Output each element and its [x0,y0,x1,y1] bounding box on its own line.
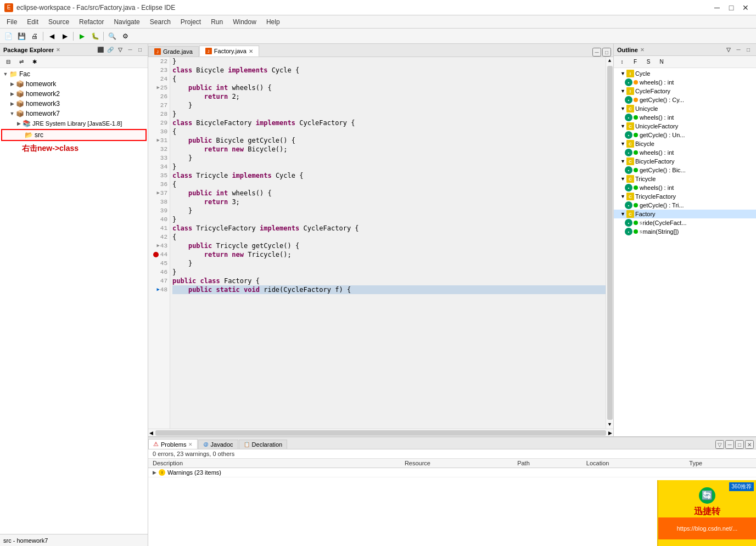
toolbar-forward[interactable]: ▶ [59,30,71,42]
toolbar-print[interactable]: 🖨 [29,30,41,42]
minimize-button[interactable]: ─ [711,2,723,14]
editor-tabs: J Grade.java J Factory.java ✕ ─ □ [148,44,613,57]
tree-item-homework7[interactable]: ▼ 📦 homework7 [0,109,148,119]
scroll-thumb[interactable] [607,66,613,420]
scroll-down-icon[interactable]: ▼ [607,421,612,429]
code-line-30: { [172,127,606,136]
menu-run[interactable]: Run [206,17,227,27]
menu-source[interactable]: Source [44,17,74,27]
minimize-panel-icon[interactable]: ─ [126,46,135,54]
toolbar-save[interactable]: 💾 [15,30,27,42]
outline-filter-icon[interactable]: ▽ [724,46,733,54]
outline-factory-main[interactable]: • s main(String[]) [614,227,756,236]
tf-expand-icon: ▼ [620,194,625,199]
menu-file[interactable]: File [2,17,21,27]
outline-cycle[interactable]: ▼ I Cycle [614,69,756,78]
outline-tf-getcycle[interactable]: • getCycle() : Tri... [614,201,756,210]
outline-minimize-icon[interactable]: ─ [734,46,743,54]
toolbar-settings[interactable]: ⚙ [119,30,131,42]
editor-hscrollbar[interactable]: ◀ ▶ [148,429,613,436]
tab-javadoc[interactable]: @ Javadoc [198,440,238,449]
tree-new-btn[interactable]: ✱ [29,56,41,68]
problems-close-btn[interactable]: ✕ [745,440,754,449]
tree-item-src[interactable]: 📂 src [1,129,147,141]
tab-close-icon[interactable]: ✕ [249,48,253,54]
code-content[interactable]: } class Bicycle implements Cycle { { pub… [170,57,606,429]
menu-edit[interactable]: Edit [23,17,43,27]
outline-factory[interactable]: ▼ C Factory [614,210,756,218]
tab-problems[interactable]: ⚠ Problems ✕ [148,439,198,449]
outline-tricycle[interactable]: ▼ C Tricycle [614,175,756,183]
outline-unicyclefactory[interactable]: ▼ C UnicycleFactory [614,122,756,131]
outline-nonpublic-btn[interactable]: N [656,56,668,68]
outline-id: ✕ [640,47,645,53]
outline-static-btn[interactable]: S [642,56,654,68]
tree-item-homework3[interactable]: ▶ 📦 homework3 [0,99,148,109]
bi-class-icon: C [626,140,634,148]
code-line-46: } [172,268,606,277]
outline-unicycle[interactable]: ▼ C Unicycle [614,104,756,113]
bf-getcycle-label: getCycle() : Bic... [640,167,686,173]
tree-item-fac[interactable]: ▼ 📁 Fac [0,69,148,79]
tab-declaration[interactable]: 📋 Declaration [239,440,288,449]
outline-cf-getcycle[interactable]: • getCycle() : Cy... [614,95,756,104]
scroll-right-icon[interactable]: ▶ [607,429,613,437]
code-line-24: { [172,75,606,83]
tab-grade-java[interactable]: J Grade.java [148,46,199,57]
outline-bicycle[interactable]: ▼ C Bicycle [614,139,756,148]
menu-refactor[interactable]: Refactor [75,17,108,27]
outline-factory-ride[interactable]: • s ride(CycleFact... [614,218,756,227]
toolbar-run[interactable]: ▶ [76,30,88,42]
outline-bicyclefactory[interactable]: ▼ C BicycleFactory [614,157,756,166]
outline-uf-getcycle[interactable]: • getCycle() : Un... [614,131,756,139]
toolbar-back[interactable]: ◀ [46,30,58,42]
ride-label: ride(CycleFact... [643,219,687,226]
outline-bf-getcycle[interactable]: • getCycle() : Bic... [614,166,756,175]
outline-cycle-wheels[interactable]: • wheels() : int [614,78,756,87]
menu-search[interactable]: Search [145,17,175,27]
outline-maximize-icon[interactable]: □ [744,46,753,54]
package-explorer-label: Package Explorer [3,47,54,53]
outline-tri-wheels[interactable]: • wheels() : int [614,183,756,192]
scroll-left-icon[interactable]: ◀ [148,429,154,437]
ln-44: 44 [148,250,170,259]
editor-maximize[interactable]: □ [602,48,611,57]
outline-tricyclefactory[interactable]: ▼ C TricycleFactory [614,192,756,201]
outline-cyclefactory[interactable]: ▼ I CycleFactory [614,87,756,95]
outline-fields-btn[interactable]: F [629,56,641,68]
tree-item-homework[interactable]: ▶ 📦 homework [0,79,148,89]
tree-collapse-btn[interactable]: ⊟ [2,56,14,68]
menu-navigate[interactable]: Navigate [109,17,144,27]
problems-maximize[interactable]: □ [735,440,744,449]
ad-360-button[interactable]: 360推荐 [729,482,754,491]
menu-window[interactable]: Window [228,17,261,27]
filter-problems-btn[interactable]: ▽ [715,440,724,449]
tree-item-jre[interactable]: ▶ 📚 JRE System Library [JavaSE-1.8] [0,119,148,128]
hscroll-thumb[interactable] [155,430,606,436]
maximize-button[interactable]: □ [725,2,737,14]
toolbar-debug[interactable]: 🐛 [89,30,101,42]
scroll-up-icon[interactable]: ▲ [607,57,612,65]
table-row[interactable]: ▶ ! Warnings (23 items) [148,468,756,477]
tree-link-btn[interactable]: ⇌ [15,56,27,68]
problems-close[interactable]: ✕ [188,442,193,447]
filter-icon[interactable]: ▽ [116,46,125,54]
toolbar-search[interactable]: 🔍 [106,30,118,42]
declaration-icon: 📋 [244,442,250,447]
collapse-all-icon[interactable]: ⬛ [96,46,105,54]
close-button[interactable]: ✕ [740,2,752,14]
outline-sort-btn[interactable]: ↕ [616,56,628,68]
fac-label: Fac [19,70,30,78]
link-editor-icon[interactable]: 🔗 [106,46,115,54]
toolbar-new[interactable]: 📄 [2,30,14,42]
editor-minimize[interactable]: ─ [592,48,601,57]
menu-help[interactable]: Help [262,17,284,27]
outline-bi-wheels[interactable]: • wheels() : int [614,148,756,157]
editor-scrollbar[interactable]: ▲ ▼ [606,57,613,429]
outline-uni-wheels[interactable]: • wheels() : int [614,113,756,122]
menu-project[interactable]: Project [176,17,205,27]
problems-minimize[interactable]: ─ [725,440,734,449]
maximize-panel-icon[interactable]: □ [136,46,144,54]
tab-factory-java[interactable]: J Factory.java ✕ [199,46,259,57]
tree-item-homework2[interactable]: ▶ 📦 homework2 [0,89,148,99]
